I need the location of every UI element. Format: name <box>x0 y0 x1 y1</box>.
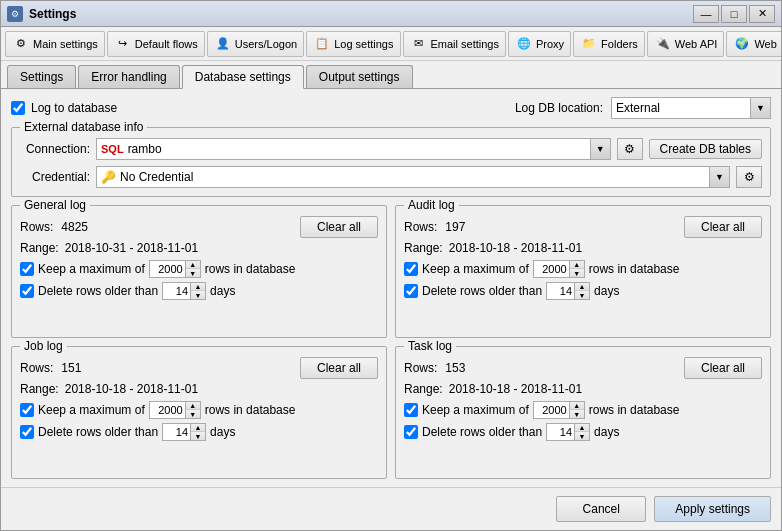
credential-edit-button[interactable]: ⚙ <box>736 166 762 188</box>
task-log-delete-input[interactable] <box>546 423 574 441</box>
log-db-location-label: Log DB location: <box>515 101 603 115</box>
job-log-delete-checkbox[interactable] <box>20 425 34 439</box>
task-log-delete-down[interactable]: ▼ <box>575 432 589 440</box>
audit-log-keep-max-down[interactable]: ▼ <box>570 269 584 277</box>
toolbar-main-settings[interactable]: ⚙ Main settings <box>5 31 105 57</box>
audit-log-delete-input[interactable] <box>546 282 574 300</box>
job-log-delete-up[interactable]: ▲ <box>191 424 205 432</box>
task-log-keep-max-input[interactable] <box>533 401 569 419</box>
web-api-icon: 🔌 <box>654 35 672 53</box>
job-log-keep-max-spinbox: ▲ ▼ <box>149 401 201 419</box>
task-log-rows-label: Rows: <box>404 361 437 375</box>
toolbar-email-settings[interactable]: ✉ Email settings <box>403 31 506 57</box>
audit-log-keep-max-arrows: ▲ ▼ <box>569 260 585 278</box>
toolbar-folders-label: Folders <box>601 38 638 50</box>
general-log-delete-spinbox: ▲ ▼ <box>162 282 206 300</box>
audit-log-keep-max-checkbox[interactable] <box>404 262 418 276</box>
general-log-delete-arrows: ▲ ▼ <box>190 282 206 300</box>
credential-combo[interactable]: 🔑 No Credential ▼ <box>96 166 730 188</box>
audit-log-delete-arrows: ▲ ▼ <box>574 282 590 300</box>
general-log-delete-checkbox[interactable] <box>20 284 34 298</box>
connection-combo-arrow[interactable]: ▼ <box>590 139 610 159</box>
job-log-keep-max-checkbox[interactable] <box>20 403 34 417</box>
toolbar-folders[interactable]: 📁 Folders <box>573 31 645 57</box>
toolbar-default-flows[interactable]: ↪ Default flows <box>107 31 205 57</box>
task-log-delete-up[interactable]: ▲ <box>575 424 589 432</box>
job-log-range-value: 2018-10-18 - 2018-11-01 <box>65 382 198 396</box>
general-log-label: General log <box>20 198 90 212</box>
audit-log-clear-button[interactable]: Clear all <box>684 216 762 238</box>
audit-log-keep-row: Keep a maximum of ▲ ▼ rows in database <box>404 260 762 278</box>
audit-log-keep-max-up[interactable]: ▲ <box>570 261 584 269</box>
minimize-button[interactable]: — <box>693 5 719 23</box>
audit-log-delete-up[interactable]: ▲ <box>575 283 589 291</box>
general-log-delete-up[interactable]: ▲ <box>191 283 205 291</box>
job-log-keep-max-down[interactable]: ▼ <box>186 410 200 418</box>
apply-settings-button[interactable]: Apply settings <box>654 496 771 522</box>
task-log-keep-max-down[interactable]: ▼ <box>570 410 584 418</box>
job-log-delete-arrows: ▲ ▼ <box>190 423 206 441</box>
audit-log-delete-spinbox: ▲ ▼ <box>546 282 590 300</box>
credential-combo-arrow[interactable]: ▼ <box>709 167 729 187</box>
tab-error-handling[interactable]: Error handling <box>78 65 179 88</box>
tab-output-settings[interactable]: Output settings <box>306 65 413 88</box>
general-log-range-row: Range: 2018-10-31 - 2018-11-01 <box>20 241 378 255</box>
audit-log-delete-down[interactable]: ▼ <box>575 291 589 299</box>
maximize-button[interactable]: □ <box>721 5 747 23</box>
audit-log-section: Audit log Rows: 197 Clear all Range: 201… <box>395 205 771 338</box>
task-log-delete-row: Delete rows older than ▲ ▼ days <box>404 423 762 441</box>
audit-log-keep-max-spinbox: ▲ ▼ <box>533 260 585 278</box>
toolbar-log-settings[interactable]: 📋 Log settings <box>306 31 400 57</box>
tab-settings[interactable]: Settings <box>7 65 76 88</box>
toolbar-default-flows-label: Default flows <box>135 38 198 50</box>
proxy-icon: 🌐 <box>515 35 533 53</box>
general-log-delete-input[interactable] <box>162 282 190 300</box>
job-log-keep-max-input[interactable] <box>149 401 185 419</box>
audit-log-delete-checkbox[interactable] <box>404 284 418 298</box>
toolbar-web-api[interactable]: 🔌 Web API <box>647 31 725 57</box>
job-log-delete-input[interactable] <box>162 423 190 441</box>
general-log-clear-button[interactable]: Clear all <box>300 216 378 238</box>
job-log-delete-down[interactable]: ▼ <box>191 432 205 440</box>
general-log-keep-max-checkbox[interactable] <box>20 262 34 276</box>
task-log-section: Task log Rows: 153 Clear all Range: 2018… <box>395 346 771 479</box>
toolbar-log-settings-label: Log settings <box>334 38 393 50</box>
task-log-delete-spinbox: ▲ ▼ <box>546 423 590 441</box>
log-db-location-combo[interactable]: External ▼ <box>611 97 771 119</box>
task-log-rows-row: Rows: 153 Clear all <box>404 357 762 379</box>
audit-log-range-value: 2018-10-18 - 2018-11-01 <box>449 241 582 255</box>
job-log-delete-spinbox: ▲ ▼ <box>162 423 206 441</box>
toolbar-proxy[interactable]: 🌐 Proxy <box>508 31 571 57</box>
cancel-button[interactable]: Cancel <box>556 496 646 522</box>
log-db-location-arrow[interactable]: ▼ <box>750 98 770 118</box>
bottom-bar: Cancel Apply settings <box>1 487 781 530</box>
audit-log-keep-max-input[interactable] <box>533 260 569 278</box>
task-log-clear-button[interactable]: Clear all <box>684 357 762 379</box>
task-log-keep-max-checkbox[interactable] <box>404 403 418 417</box>
general-log-keep-max-up[interactable]: ▲ <box>186 261 200 269</box>
log-to-database-checkbox[interactable] <box>11 101 25 115</box>
general-log-delete-down[interactable]: ▼ <box>191 291 205 299</box>
task-log-delete-checkbox[interactable] <box>404 425 418 439</box>
connection-edit-button[interactable]: ⚙ <box>617 138 643 160</box>
toolbar-web[interactable]: 🌍 Web <box>726 31 781 57</box>
tab-database-settings[interactable]: Database settings <box>182 65 304 89</box>
general-log-keep-max-input[interactable] <box>149 260 185 278</box>
create-db-tables-button[interactable]: Create DB tables <box>649 139 762 159</box>
general-log-keep-max-spinbox: ▲ ▼ <box>149 260 201 278</box>
job-log-keep-max-up[interactable]: ▲ <box>186 402 200 410</box>
task-log-keep-max-up[interactable]: ▲ <box>570 402 584 410</box>
job-log-section: Job log Rows: 151 Clear all Range: 2018-… <box>11 346 387 479</box>
job-log-keep-max-arrows: ▲ ▼ <box>185 401 201 419</box>
general-log-keep-max-down[interactable]: ▼ <box>186 269 200 277</box>
toolbar-web-api-label: Web API <box>675 38 718 50</box>
job-log-clear-button[interactable]: Clear all <box>300 357 378 379</box>
job-log-range-row: Range: 2018-10-18 - 2018-11-01 <box>20 382 378 396</box>
job-log-keep-row: Keep a maximum of ▲ ▼ rows in database <box>20 401 378 419</box>
task-log-keep-row: Keep a maximum of ▲ ▼ rows in database <box>404 401 762 419</box>
toolbar-web-label: Web <box>754 38 776 50</box>
close-button[interactable]: ✕ <box>749 5 775 23</box>
connection-combo[interactable]: SQL rambo ▼ <box>96 138 611 160</box>
toolbar-users-logon[interactable]: 👤 Users/Logon <box>207 31 304 57</box>
toolbar-proxy-label: Proxy <box>536 38 564 50</box>
